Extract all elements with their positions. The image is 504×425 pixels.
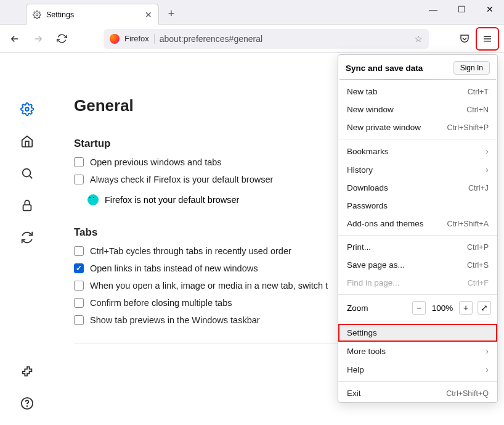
menu-sync-header: Sync and save data Sign In [338,55,497,80]
chevron-right-icon: › [486,165,489,175]
menu-help[interactable]: Help› [338,360,497,379]
menu-separator [338,381,497,382]
menu-new-window[interactable]: New windowCtrl+N [338,101,497,118]
menu-downloads[interactable]: DownloadsCtrl+J [338,179,497,197]
menu-separator [338,294,497,295]
menu-addons[interactable]: Add-ons and themesCtrl+Shift+A [338,215,497,233]
url-bar[interactable]: Firefox about:preferences#general ☆ [104,29,429,49]
sync-title: Sync and save data [346,64,423,73]
window-minimize-button[interactable]: — [419,0,447,19]
zoom-out-button[interactable]: − [412,301,426,315]
menu-history[interactable]: History› [338,160,497,179]
gear-icon [33,10,41,19]
checkbox-unchecked-icon[interactable] [74,157,84,167]
svg-rect-7 [23,205,31,210]
menu-find-in-page: Find in page...Ctrl+F [338,274,497,292]
confirm-close-label: Confirm before closing multiple tabs [90,298,232,308]
menu-save-page[interactable]: Save page as...Ctrl+S [338,256,497,274]
open-previous-label: Open previous windows and tabs [90,157,222,167]
svg-line-6 [30,176,33,179]
app-menu-panel: Sync and save data Sign In New tabCtrl+T… [338,54,498,403]
sad-face-icon [87,194,99,205]
menu-new-private-window[interactable]: New private windowCtrl+Shift+P [338,118,497,136]
menu-separator [338,139,497,139]
window-controls: — ☐ ✕ [419,0,504,19]
checkbox-unchecked-icon[interactable] [74,175,84,184]
svg-point-5 [23,169,31,177]
menu-passwords[interactable]: Passwords [338,197,497,215]
sidebar-help-icon[interactable] [20,397,34,413]
pocket-button[interactable] [455,29,474,49]
checkbox-unchecked-icon[interactable] [74,281,84,291]
reload-button[interactable] [52,29,71,49]
menu-separator [338,235,497,236]
menu-gradient-divider [339,80,496,80]
checkbox-unchecked-icon[interactable] [74,298,84,308]
menu-separator [338,321,497,321]
menu-more-tools[interactable]: More tools› [338,342,497,360]
checkbox-unchecked-icon[interactable] [74,246,84,256]
chevron-right-icon: › [486,346,489,356]
ctrl-tab-label: Ctrl+Tab cycles through tabs in recently… [90,246,291,256]
menu-new-tab[interactable]: New tabCtrl+T [338,83,497,101]
svg-point-9 [27,406,28,406]
checkbox-checked-icon[interactable] [74,263,84,273]
url-separator [154,34,155,44]
window-close-button[interactable]: ✕ [476,0,504,19]
tab-title: Settings [46,10,74,19]
url-address: about:preferences#general [160,34,262,44]
app-menu-button[interactable] [478,29,497,49]
new-tab-button[interactable]: + [163,5,180,22]
not-default-label: Firefox is not your default browser [105,195,239,205]
open-links-label: Open links in tabs instead of new window… [90,263,258,273]
zoom-in-button[interactable]: + [459,301,473,315]
chevron-right-icon: › [486,146,489,156]
chevron-right-icon: › [486,365,489,374]
menu-bookmarks[interactable]: Bookmarks› [338,142,497,160]
url-identity-label: Firefox [124,34,149,43]
switch-to-label: When you open a link, image or media in … [90,281,328,291]
svg-point-0 [36,14,38,16]
back-button[interactable] [5,29,25,49]
sidebar-search-icon[interactable] [20,167,34,183]
checkbox-unchecked-icon[interactable] [74,315,84,325]
window-maximize-button[interactable]: ☐ [447,0,476,19]
sidebar-extensions-icon[interactable] [20,365,34,381]
taskbar-preview-label: Show tab previews in the Windows taskbar [90,315,260,325]
window-titlebar: Settings ✕ + — ☐ ✕ [0,0,504,25]
bookmark-star-icon[interactable]: ☆ [415,34,423,44]
browser-tab[interactable]: Settings ✕ [26,4,159,25]
sign-in-button[interactable]: Sign In [453,61,490,75]
sidebar-home-icon[interactable] [20,134,34,151]
zoom-value: 100% [431,303,454,313]
navigation-toolbar: Firefox about:preferences#general ☆ [0,25,504,53]
sidebar-privacy-icon[interactable] [20,199,34,215]
menu-exit[interactable]: ExitCtrl+Shift+Q [338,384,497,402]
menu-print[interactable]: Print...Ctrl+P [338,238,497,256]
always-check-label: Always check if Firefox is your default … [90,175,273,184]
category-sidebar [0,53,54,425]
tab-close-icon[interactable]: ✕ [145,10,152,20]
zoom-label: Zoom [347,303,407,313]
menu-zoom-row: Zoom − 100% + ⤢ [338,297,497,318]
forward-button[interactable] [28,29,48,49]
menu-settings[interactable]: Settings [338,324,497,342]
svg-point-4 [25,107,29,111]
sidebar-general-icon[interactable] [20,102,34,118]
firefox-logo-icon [110,34,120,44]
sidebar-sync-icon[interactable] [20,231,34,247]
fullscreen-button[interactable]: ⤢ [478,301,491,315]
